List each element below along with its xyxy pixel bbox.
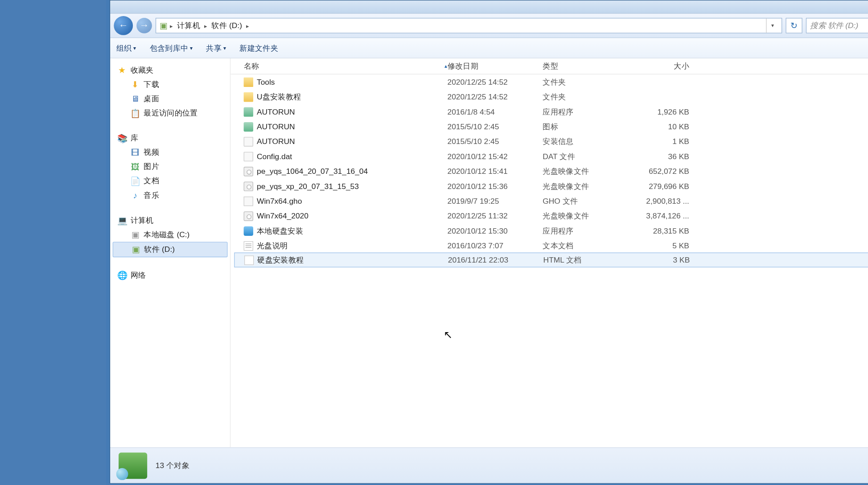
file-row[interactable]: pe_yqs_1064_20_07_31_16_042020/10/12 15:… bbox=[230, 164, 868, 178]
address-dropdown[interactable]: ▾ bbox=[766, 18, 779, 33]
sidebar-item-pictures[interactable]: 🖼图片 bbox=[112, 160, 227, 174]
sidebar-computer[interactable]: 💻计算机 bbox=[112, 213, 227, 227]
file-row[interactable]: 硬盘安装教程2016/11/21 22:03HTML 文档3 KB bbox=[234, 252, 868, 267]
file-type: 文件夹 bbox=[543, 77, 634, 87]
organize-button[interactable]: 组织▾ bbox=[116, 43, 136, 53]
breadcrumb-computer[interactable]: 计算机 bbox=[174, 20, 202, 31]
explorer-window: ─ ▭ ✕ ← → ▣ ▸ 计算机 ▸ 软件 (D:) ▸ ▾ ↻ 搜索 软件 … bbox=[110, 0, 868, 484]
file-name-cell: pe_yqs_xp_20_07_31_15_53 bbox=[243, 181, 447, 191]
file-date: 2015/5/10 2:45 bbox=[447, 122, 543, 131]
file-size: 1,926 KB bbox=[634, 107, 694, 116]
file-type: 光盘映像文件 bbox=[543, 166, 634, 177]
sidebar-item-desktop[interactable]: 🖥桌面 bbox=[112, 92, 227, 106]
sidebar-network[interactable]: 🌐网络 bbox=[112, 268, 227, 282]
nav-bar: ← → ▣ ▸ 计算机 ▸ 软件 (D:) ▸ ▾ ↻ 搜索 软件 (D:) 🔍 bbox=[110, 14, 868, 38]
file-type: GHO 文件 bbox=[543, 196, 634, 206]
file-size: 279,696 KB bbox=[634, 181, 694, 190]
file-list: 名称▴ 修改日期 类型 大小 Tools2020/12/25 14:52文件夹U… bbox=[230, 58, 868, 447]
search-input[interactable]: 搜索 软件 (D:) 🔍 bbox=[806, 18, 868, 33]
file-name-cell: Win7x64.gho bbox=[243, 196, 447, 206]
forward-button[interactable]: → bbox=[136, 18, 152, 33]
column-date[interactable]: 修改日期 bbox=[447, 61, 543, 71]
sidebar: ★收藏夹 ⬇下载 🖥桌面 📋最近访问的位置 📚库 🎞视频 🖼图片 📄文档 ♪音乐… bbox=[110, 58, 230, 447]
sort-arrow-icon: ▴ bbox=[444, 63, 447, 69]
file-name: U盘安装教程 bbox=[256, 91, 300, 102]
file-row[interactable]: AUTORUN2015/5/10 2:45安装信息1 KB bbox=[230, 134, 868, 149]
file-name-cell: 硬盘安装教程 bbox=[244, 255, 448, 265]
file-name: 硬盘安装教程 bbox=[257, 255, 304, 265]
sidebar-item-music[interactable]: ♪音乐 bbox=[112, 188, 227, 202]
file-row[interactable]: pe_yqs_xp_20_07_31_15_532020/10/12 15:36… bbox=[230, 179, 868, 193]
status-bar: 13 个对象 bbox=[110, 447, 868, 483]
file-type: 安装信息 bbox=[543, 136, 634, 147]
file-row[interactable]: Win7x64_20202020/12/25 11:32光盘映像文件3,874,… bbox=[230, 209, 868, 223]
sidebar-item-drive-d[interactable]: ▣软件 (D:) bbox=[112, 242, 227, 257]
refresh-button[interactable]: ↻ bbox=[786, 18, 802, 33]
share-button[interactable]: 共享▾ bbox=[206, 43, 226, 53]
column-type[interactable]: 类型 bbox=[543, 61, 634, 71]
file-type: 图标 bbox=[543, 121, 634, 132]
file-name: Config.dat bbox=[256, 152, 292, 161]
file-size: 3 KB bbox=[635, 255, 695, 264]
file-icon bbox=[243, 181, 253, 191]
file-size: 5 KB bbox=[634, 241, 694, 250]
sidebar-item-drive-c[interactable]: ▣本地磁盘 (C:) bbox=[112, 227, 227, 242]
file-row[interactable]: Config.dat2020/10/12 15:42DAT 文件36 KB bbox=[230, 149, 868, 164]
file-icon bbox=[243, 196, 253, 206]
file-date: 2020/10/12 15:41 bbox=[447, 167, 543, 176]
sidebar-favorites[interactable]: ★收藏夹 bbox=[112, 63, 227, 78]
drive-icon: ▣ bbox=[131, 245, 140, 254]
star-icon: ★ bbox=[117, 66, 127, 75]
file-row[interactable]: Win7x64.gho2019/9/7 19:25GHO 文件2,900,813… bbox=[230, 193, 868, 208]
file-type: 文本文档 bbox=[543, 240, 634, 251]
file-date: 2016/11/21 22:03 bbox=[448, 255, 543, 264]
breadcrumb-arrow-icon[interactable]: ▸ bbox=[244, 22, 251, 29]
column-name[interactable]: 名称▴ bbox=[243, 61, 447, 71]
search-placeholder: 搜索 软件 (D:) bbox=[810, 20, 858, 31]
file-row[interactable]: U盘安装教程2020/12/25 14:52文件夹 bbox=[230, 89, 868, 104]
file-icon bbox=[243, 226, 253, 235]
sidebar-item-recent[interactable]: 📋最近访问的位置 bbox=[112, 106, 227, 120]
file-name-cell: AUTORUN bbox=[243, 107, 447, 116]
file-size: 652,072 KB bbox=[634, 167, 694, 176]
file-icon bbox=[243, 137, 253, 146]
file-size: 28,315 KB bbox=[634, 226, 694, 235]
file-name: Win7x64.gho bbox=[256, 197, 301, 206]
file-name: 光盘说明 bbox=[256, 240, 287, 251]
file-row[interactable]: Tools2020/12/25 14:52文件夹 bbox=[230, 74, 868, 89]
file-icon bbox=[243, 107, 253, 116]
file-name: pe_yqs_xp_20_07_31_15_53 bbox=[256, 181, 358, 190]
file-name-cell: Config.dat bbox=[243, 152, 447, 161]
file-row[interactable]: 光盘说明2016/10/23 7:07文本文档5 KB bbox=[230, 238, 868, 253]
breadcrumb-drive[interactable]: 软件 (D:) bbox=[209, 20, 244, 31]
file-row[interactable]: 本地硬盘安装2020/10/12 15:30应用程序28,315 KB bbox=[230, 223, 868, 238]
file-size: 10 KB bbox=[634, 122, 694, 131]
file-date: 2020/10/12 15:42 bbox=[447, 152, 543, 161]
file-name-cell: U盘安装教程 bbox=[243, 91, 447, 102]
sidebar-libraries[interactable]: 📚库 bbox=[112, 131, 227, 145]
file-type: HTML 文档 bbox=[543, 255, 635, 265]
address-bar[interactable]: ▣ ▸ 计算机 ▸ 软件 (D:) ▸ ▾ bbox=[155, 18, 782, 33]
file-date: 2020/12/25 14:52 bbox=[447, 78, 543, 86]
documents-icon: 📄 bbox=[130, 176, 140, 185]
file-size: 1 KB bbox=[634, 137, 694, 146]
file-row[interactable]: AUTORUN2015/5/10 2:45图标10 KB bbox=[230, 119, 868, 134]
back-button[interactable]: ← bbox=[114, 16, 133, 35]
include-in-library-button[interactable]: 包含到库中▾ bbox=[149, 43, 193, 53]
sidebar-item-documents[interactable]: 📄文档 bbox=[112, 174, 227, 188]
chevron-down-icon: ▾ bbox=[190, 45, 193, 51]
column-size[interactable]: 大小 bbox=[634, 61, 694, 71]
breadcrumb-arrow-icon[interactable]: ▸ bbox=[168, 22, 174, 29]
breadcrumb-arrow-icon[interactable]: ▸ bbox=[202, 22, 209, 29]
sidebar-item-videos[interactable]: 🎞视频 bbox=[112, 145, 227, 160]
file-row[interactable]: AUTORUN2016/1/8 4:54应用程序1,926 KB bbox=[230, 104, 868, 119]
status-text: 13 个对象 bbox=[155, 460, 189, 471]
file-icon bbox=[243, 122, 253, 131]
new-folder-button[interactable]: 新建文件夹 bbox=[239, 43, 278, 53]
sidebar-item-downloads[interactable]: ⬇下载 bbox=[112, 78, 227, 92]
file-name: AUTORUN bbox=[256, 137, 295, 146]
file-icon bbox=[243, 77, 253, 86]
title-bar[interactable]: ─ ▭ ✕ bbox=[110, 0, 868, 13]
file-size: 3,874,126 ... bbox=[634, 211, 694, 220]
file-date: 2020/12/25 14:52 bbox=[447, 92, 543, 101]
